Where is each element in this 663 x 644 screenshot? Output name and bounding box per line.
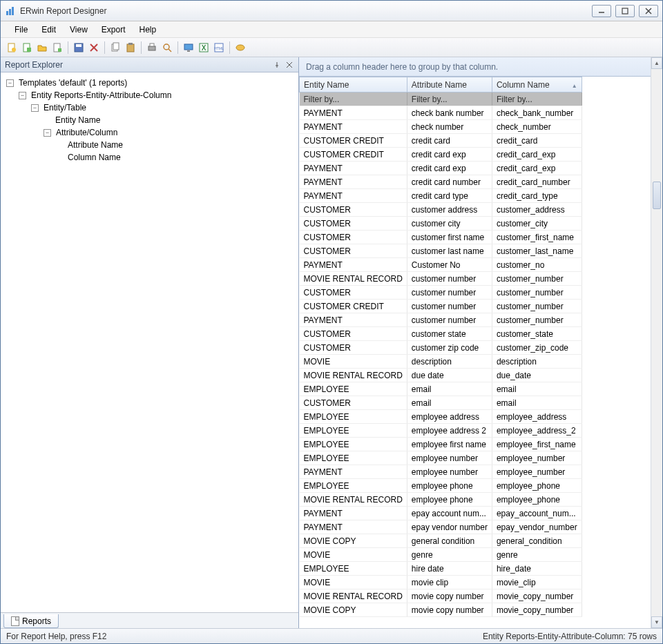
tree-node-attr-col[interactable]: Attribute/Column (54, 127, 119, 138)
table-row[interactable]: EMPLOYEEemployee first nameemployee_firs… (300, 438, 582, 451)
table-row[interactable]: CUSTOMERcustomer numbercustomer_number (300, 286, 582, 300)
close-panel-icon[interactable] (285, 60, 294, 70)
table-row[interactable]: EMPLOYEEemployee numberemployee_number (300, 451, 582, 465)
table-row[interactable]: PAYMENTCustomer Nocustomer_no (300, 258, 582, 272)
titlebar[interactable]: ERwin Report Designer (1, 1, 662, 21)
tree-leaf-col-name[interactable]: Column Name (66, 152, 123, 163)
table-row[interactable]: MOVIE RENTAL RECORDcustomer numbercustom… (300, 272, 582, 286)
table-row[interactable]: CUSTOMER CREDITcredit card expcredit_car… (300, 148, 582, 162)
tree-leaf-entity-name[interactable]: Entity Name (53, 115, 102, 126)
paste-icon[interactable] (124, 41, 137, 55)
table-cell: MOVIE COPY (300, 534, 407, 548)
vscrollbar[interactable]: ▲ ▼ (651, 57, 662, 628)
new-report-icon[interactable] (5, 41, 19, 55)
table-cell: customer number (407, 286, 492, 300)
table-row[interactable]: EMPLOYEEemployee address 2employee_addre… (300, 424, 582, 438)
report-tree[interactable]: − Templates 'default' (1 reports) − Enti… (1, 72, 298, 613)
table-row[interactable]: PAYMENTcredit card typecredit_card_type (300, 189, 582, 203)
table-row[interactable]: PAYMENTepay vendor numberepay_vendor_num… (300, 520, 582, 534)
svg-rect-21 (148, 46, 155, 50)
table-cell: customer_address (492, 203, 582, 217)
table-cell: CUSTOMER (300, 396, 407, 410)
group-by-hint[interactable]: Drag a column header here to group by th… (299, 57, 651, 77)
table-cell: MOVIE RENTAL RECORD (300, 272, 407, 286)
table-row[interactable]: CUSTOMERcustomer last namecustomer_last_… (300, 244, 582, 258)
table-row[interactable]: MOVIE COPYgeneral conditiongeneral_condi… (300, 534, 582, 548)
col-attribute-name[interactable]: Attribute Name (407, 77, 492, 92)
menu-view[interactable]: View (63, 23, 95, 37)
table-row[interactable]: PAYMENTemployee numberemployee_number (300, 465, 582, 479)
save-icon[interactable] (50, 41, 64, 55)
table-cell: description (407, 355, 492, 369)
open-icon[interactable] (35, 41, 49, 55)
table-row[interactable]: PAYMENTcheck numbercheck_number (300, 120, 582, 134)
table-row[interactable]: MOVIE RENTAL RECORDmovie copy numbermovi… (300, 589, 582, 603)
delete-icon[interactable] (87, 41, 101, 55)
table-row[interactable]: EMPLOYEEemployee phoneemployee_phone (300, 479, 582, 493)
monitor-icon[interactable] (182, 41, 195, 55)
tree-collapse-icon[interactable]: − (19, 92, 26, 99)
scroll-thumb[interactable] (653, 182, 661, 209)
tab-reports[interactable]: Reports (3, 614, 59, 628)
table-row[interactable]: PAYMENTcheck bank numbercheck_bank_numbe… (300, 106, 582, 120)
maximize-button[interactable] (615, 5, 635, 17)
save2-icon[interactable] (72, 41, 86, 55)
table-row[interactable]: CUSTOMERemailemail (300, 396, 582, 410)
menu-file[interactable]: File (8, 23, 35, 37)
col-entity-name[interactable]: Entity Name (300, 77, 407, 92)
filter-cell[interactable]: Filter by... (300, 92, 407, 106)
table-cell: MOVIE RENTAL RECORD (300, 589, 407, 603)
table-row[interactable]: MOVIEgenregenre (300, 548, 582, 562)
help-icon[interactable] (233, 41, 247, 55)
table-row[interactable]: PAYMENTcredit card numbercredit_card_num… (300, 175, 582, 189)
table-row[interactable]: MOVIEmovie clipmovie_clip (300, 576, 582, 589)
excel-icon[interactable]: X (197, 41, 211, 55)
table-row[interactable]: CUSTOMERcustomer statecustomer_state (300, 327, 582, 341)
minimize-button[interactable] (592, 5, 611, 17)
table-row[interactable]: MOVIE RENTAL RECORDemployee phoneemploye… (300, 493, 582, 507)
tree-collapse-icon[interactable]: − (44, 129, 51, 137)
new-template-icon[interactable] (20, 41, 34, 55)
close-button[interactable] (639, 5, 658, 17)
table-cell: CUSTOMER (300, 231, 407, 244)
table-row[interactable]: MOVIE COPYmovie copy numbermovie_copy_nu… (300, 603, 582, 617)
table-row[interactable]: EMPLOYEEemailemail (300, 382, 582, 396)
tree-node-entity-table[interactable]: Entity/Table (41, 102, 88, 113)
table-row[interactable]: EMPLOYEEhire datehire_date (300, 562, 582, 576)
col-column-name[interactable]: Column Name (492, 77, 582, 92)
table-cell: customer first name (407, 231, 492, 244)
table-row[interactable]: MOVIEdescriptiondescription (300, 355, 582, 369)
table-row[interactable]: EMPLOYEEemployee addressemployee_address (300, 410, 582, 424)
menu-export[interactable]: Export (95, 23, 133, 37)
table-row[interactable]: CUSTOMER CREDITcustomer numbercustomer_n… (300, 300, 582, 313)
table-row[interactable]: CUSTOMERcustomer zip codecustomer_zip_co… (300, 341, 582, 355)
table-cell: credit_card (492, 134, 582, 148)
tree-collapse-icon[interactable]: − (6, 79, 14, 87)
table-row[interactable]: CUSTOMER CREDITcredit cardcredit_card (300, 134, 582, 148)
table-row[interactable]: CUSTOMERcustomer citycustomer_city (300, 217, 582, 231)
scroll-down-icon[interactable]: ▼ (651, 616, 662, 628)
table-row[interactable]: PAYMENTepay account num...epay_account_n… (300, 507, 582, 520)
preview-icon[interactable] (160, 41, 174, 55)
html-icon[interactable]: HTML (212, 41, 226, 55)
results-grid[interactable]: Entity Name Attribute Name Column Name F… (299, 77, 651, 628)
table-cell: email (407, 382, 492, 396)
menu-help[interactable]: Help (133, 23, 164, 37)
filter-cell[interactable]: Filter by... (407, 92, 492, 106)
table-row[interactable]: CUSTOMERcustomer addresscustomer_address (300, 203, 582, 217)
tree-node-entity-reports[interactable]: Entity Reports-Entity-Attribute-Column (29, 90, 173, 101)
print-icon[interactable] (145, 41, 159, 55)
tree-root[interactable]: Templates 'default' (1 reports) (17, 77, 129, 88)
table-cell: CUSTOMER (300, 203, 407, 217)
scroll-up-icon[interactable]: ▲ (651, 57, 662, 69)
table-row[interactable]: CUSTOMERcustomer first namecustomer_firs… (300, 231, 582, 244)
table-row[interactable]: MOVIE RENTAL RECORDdue datedue_date (300, 369, 582, 382)
pin-icon[interactable] (272, 60, 282, 70)
table-row[interactable]: PAYMENTcredit card expcredit_card_exp (300, 162, 582, 175)
menu-edit[interactable]: Edit (35, 23, 63, 37)
tree-collapse-icon[interactable]: − (31, 104, 39, 112)
tree-leaf-attr-name[interactable]: Attribute Name (66, 139, 125, 150)
filter-cell[interactable]: Filter by... (492, 92, 582, 106)
copy-icon[interactable] (108, 41, 122, 55)
table-row[interactable]: PAYMENTcustomer numbercustomer_number (300, 313, 582, 327)
